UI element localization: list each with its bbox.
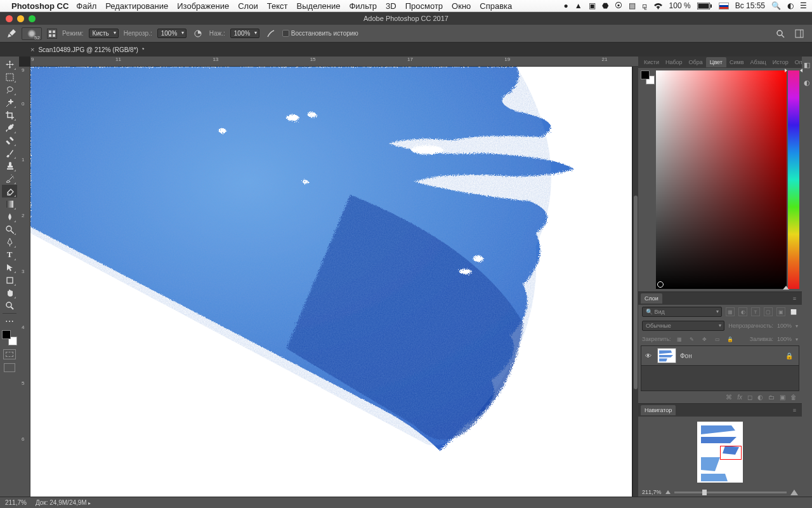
ruler-vertical[interactable]: 9 0 1 2 3 4 5 6 — [19, 67, 30, 497]
bluetooth-icon[interactable]: ⚼ — [642, 1, 647, 10]
airbrush-icon[interactable] — [265, 28, 277, 39]
delete-layer-icon[interactable]: 🗑 — [790, 394, 797, 401]
zoom-slider[interactable] — [674, 491, 787, 493]
tab-swatches[interactable]: Набор — [662, 59, 686, 65]
menu-select[interactable]: Выделение — [297, 1, 341, 11]
input-flag-icon[interactable] — [719, 3, 729, 10]
fx-icon[interactable]: fx — [737, 394, 742, 401]
filter-toggle[interactable]: ⬜ — [789, 307, 798, 316]
maximize-button[interactable] — [29, 15, 36, 22]
zoom-in-icon[interactable] — [790, 490, 798, 495]
panel-color-swatches[interactable] — [641, 70, 655, 84]
lasso-tool[interactable] — [2, 83, 17, 96]
dodge-tool[interactable] — [2, 223, 17, 236]
search-icon[interactable] — [774, 28, 787, 39]
lock-trans-icon[interactable]: ▦ — [675, 335, 684, 344]
blur-tool[interactable] — [2, 210, 17, 223]
marquee-tool[interactable] — [2, 70, 17, 83]
menu-file[interactable]: Файл — [76, 1, 96, 11]
battery-icon[interactable] — [697, 3, 712, 10]
filter-shape-icon[interactable]: ▢ — [764, 307, 773, 316]
menu-window[interactable]: Окно — [452, 1, 471, 11]
edit-toolbar[interactable]: ⋯ — [2, 315, 17, 328]
color-field[interactable] — [656, 70, 787, 289]
layer-opacity-value[interactable]: 100% — [777, 323, 792, 329]
filter-smart-icon[interactable]: ▣ — [776, 307, 785, 316]
status-icon[interactable]: ⦿ — [615, 1, 622, 10]
menu-image[interactable]: Изображение — [177, 1, 229, 11]
workspace-icon[interactable] — [793, 28, 806, 39]
menu-filter[interactable]: Фильтр — [349, 1, 377, 11]
status-icon[interactable]: ⬣ — [602, 1, 608, 10]
eyedropper-tool[interactable] — [2, 121, 17, 134]
status-icon[interactable]: ▣ — [589, 1, 596, 10]
zoom-out-icon[interactable] — [665, 490, 671, 494]
color-swatches[interactable] — [2, 330, 17, 345]
menu-3d[interactable]: 3D — [386, 1, 396, 11]
pen-tool[interactable] — [2, 236, 17, 248]
type-tool[interactable]: T — [2, 248, 17, 261]
filter-adjust-icon[interactable]: ◐ — [738, 307, 747, 316]
status-icon[interactable]: ● — [563, 1, 568, 10]
gradient-tool[interactable] — [2, 197, 17, 210]
close-tab-icon[interactable]: × — [30, 46, 34, 53]
layer-name[interactable]: Фон — [680, 352, 692, 359]
healing-tool[interactable] — [2, 134, 17, 147]
status-doc[interactable]: Док: 24,9M/24,9M ▸ — [36, 499, 91, 506]
mode-dropdown[interactable]: Кисть — [89, 29, 119, 38]
document-tab[interactable]: × Scan10489.JPG @ 212% (RGB/8*) * — [25, 44, 149, 55]
layer-item[interactable]: 👁 Фон 🔒 — [641, 346, 799, 365]
close-button[interactable] — [6, 15, 13, 22]
blend-mode-dropdown[interactable]: Обычные — [642, 321, 724, 331]
navigator-viewport[interactable] — [720, 446, 742, 460]
adjustment-icon[interactable]: ◐ — [757, 394, 763, 401]
navigator-view[interactable] — [638, 417, 802, 488]
new-layer-icon[interactable]: ▣ — [780, 394, 785, 401]
vertical-scrollbar[interactable] — [633, 67, 638, 497]
path-select-tool[interactable] — [2, 261, 17, 274]
shape-tool[interactable] — [2, 274, 17, 286]
filter-type-icon[interactable]: T — [751, 307, 760, 316]
move-tool[interactable] — [2, 58, 17, 70]
menu-text[interactable]: Текст — [267, 1, 288, 11]
restore-history-checkbox[interactable]: Восстановить историю — [282, 30, 358, 37]
tab-layers[interactable]: Слои — [641, 293, 662, 304]
control-center-icon[interactable]: ◐ — [787, 1, 794, 10]
tab-character[interactable]: Симв — [726, 59, 747, 65]
lock-icon[interactable]: 🔒 — [785, 352, 793, 359]
spotlight-icon[interactable]: 🔍 — [771, 1, 781, 10]
current-tool-icon[interactable] — [6, 29, 16, 39]
lock-art-icon[interactable]: ▭ — [713, 335, 722, 344]
status-zoom[interactable]: 211,7% — [5, 499, 27, 506]
zoom-tool[interactable] — [2, 299, 17, 312]
menu-help[interactable]: Справка — [480, 1, 512, 11]
visibility-toggle[interactable]: 👁 — [643, 352, 653, 359]
filter-pixel-icon[interactable]: ▦ — [726, 307, 735, 316]
canvas[interactable] — [30, 67, 632, 497]
dock-icon[interactable]: ◐ — [802, 78, 811, 87]
stamp-tool[interactable] — [2, 159, 17, 172]
link-layers-icon[interactable]: ⌘ — [726, 394, 732, 401]
minimize-button[interactable] — [17, 15, 24, 22]
tab-paragraph[interactable]: Абзац — [747, 59, 769, 65]
history-brush-tool[interactable] — [2, 172, 17, 185]
tab-history[interactable]: Истор — [769, 59, 792, 65]
tab-properties[interactable]: Обра — [686, 59, 706, 65]
tab-color[interactable]: Цвет — [706, 57, 726, 67]
ruler-horizontal[interactable]: 9 11 13 15 17 19 21 — [30, 57, 638, 67]
opacity-input[interactable]: 100% — [157, 29, 187, 38]
status-icon[interactable]: ▲ — [575, 1, 582, 10]
menu-view[interactable]: Просмотр — [405, 1, 443, 11]
menu-edit[interactable]: Редактирование — [105, 1, 168, 11]
wand-tool[interactable] — [2, 96, 17, 109]
layer-thumbnail[interactable] — [657, 348, 676, 363]
wifi-icon[interactable] — [653, 3, 663, 10]
lock-pos-icon[interactable]: ✥ — [700, 335, 709, 344]
lock-all-icon[interactable]: 🔒 — [726, 335, 735, 344]
notification-icon[interactable]: ☰ — [800, 1, 807, 10]
status-icon[interactable]: ▤ — [629, 1, 636, 10]
eraser-tool[interactable] — [2, 185, 17, 197]
dock-icon[interactable]: ◧ — [802, 60, 811, 69]
nav-zoom-value[interactable]: 211,7% — [642, 489, 662, 495]
screenmode-toggle[interactable] — [4, 363, 15, 372]
